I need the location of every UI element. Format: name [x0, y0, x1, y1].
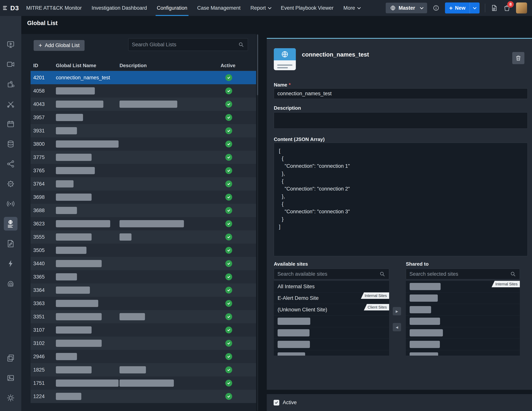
table-row[interactable]: 3365 — [31, 270, 256, 283]
available-site-item[interactable]: (Unknown Client Site)Client Sites — [274, 304, 389, 316]
master-dropdown[interactable]: Master — [386, 3, 427, 13]
sidebar-item-automation[interactable] — [4, 257, 18, 270]
sidebar-item-calendar[interactable] — [4, 117, 18, 131]
row-active — [221, 127, 256, 134]
table-row[interactable]: 3698 — [31, 191, 256, 204]
nav-item-more[interactable]: More — [338, 0, 365, 16]
table-row[interactable]: 3957 — [31, 111, 256, 124]
top-nav: D3 MITRE ATT&CK MonitorInvestigation Das… — [0, 0, 532, 16]
shared-sites-search-input[interactable] — [409, 271, 510, 277]
table-row[interactable]: 3351 — [31, 310, 256, 323]
name-input[interactable] — [274, 88, 528, 99]
row-active — [221, 181, 256, 187]
shared-site-item[interactable] — [406, 327, 520, 339]
table-row[interactable]: 1751 — [31, 376, 256, 390]
table-row[interactable]: 3931 — [31, 124, 256, 137]
nav-item-report[interactable]: Report — [246, 0, 276, 16]
add-global-list-button[interactable]: Add Global List — [34, 40, 85, 51]
info-icon[interactable] — [432, 4, 440, 12]
move-right-button[interactable] — [393, 307, 401, 315]
active-check-icon — [225, 287, 232, 293]
nav-item-investigation-dashboard[interactable]: Investigation Dashboard — [87, 0, 152, 16]
shared-site-item[interactable] — [406, 292, 520, 304]
shared-site-item[interactable] — [406, 339, 520, 350]
scrollbar-thumb[interactable] — [257, 35, 258, 95]
move-left-button[interactable] — [393, 323, 401, 331]
scrollbar[interactable] — [257, 34, 258, 411]
new-button[interactable]: New — [445, 2, 480, 13]
table-row[interactable]: 4043 — [31, 98, 256, 111]
sidebar-item-graph[interactable] — [4, 157, 18, 171]
sidebar-item-utilities[interactable] — [4, 97, 18, 111]
nav-item-configuration[interactable]: Configuration — [152, 0, 192, 16]
available-site-item[interactable] — [274, 350, 389, 356]
row-description — [120, 100, 221, 108]
sidebar-item-monitor[interactable] — [4, 37, 18, 51]
table-row[interactable]: 3623 — [31, 217, 256, 230]
sidebar-item-settings[interactable] — [4, 391, 18, 405]
shared-site-item[interactable]: Internal Sites — [406, 281, 520, 292]
table-row[interactable]: 3440 — [31, 257, 256, 270]
shared-site-item[interactable] — [406, 350, 520, 356]
document-icon[interactable] — [491, 4, 498, 12]
table-row[interactable]: 3102 — [31, 337, 256, 350]
table-row[interactable]: 3364 — [31, 283, 256, 297]
table-row[interactable]: 4058 — [31, 84, 256, 98]
table-row[interactable]: 3800 — [31, 137, 256, 151]
row-name — [54, 220, 120, 227]
sidebar-item-fingerprint[interactable] — [4, 277, 18, 290]
delete-button[interactable] — [512, 52, 524, 64]
sidebar-item-broadcast[interactable] — [4, 197, 18, 211]
sidebar-item-windows[interactable] — [4, 351, 18, 365]
row-active — [221, 327, 256, 333]
column-header-description[interactable]: Description — [120, 63, 221, 69]
global-list-search-input[interactable] — [132, 42, 238, 48]
table-row[interactable]: 2946 — [31, 350, 256, 363]
active-check-icon — [225, 300, 232, 307]
avatar[interactable] — [516, 2, 527, 13]
new-dropdown-toggle[interactable] — [470, 2, 480, 13]
row-id: 3957 — [31, 115, 54, 120]
page-title: Global List — [27, 20, 57, 27]
sidebar-item-integrations[interactable] — [4, 77, 18, 91]
table-row[interactable]: 3555 — [31, 230, 256, 244]
sidebar-item-global-lists[interactable] — [4, 217, 18, 230]
table-row[interactable]: 3775 — [31, 151, 256, 164]
row-name — [54, 326, 120, 334]
sidebar-item-data[interactable] — [4, 137, 18, 151]
content-json-editor[interactable]: [ { "Connection": "connection 1" }, { "C… — [274, 143, 528, 256]
table-row[interactable]: 3765 — [31, 164, 256, 177]
d3-logo[interactable]: D3 — [0, 0, 21, 16]
table-row[interactable]: 3688 — [31, 204, 256, 217]
table-row[interactable]: 1224 — [31, 390, 256, 403]
available-sites-search-input[interactable] — [277, 271, 379, 277]
row-description — [120, 366, 221, 374]
column-header-active[interactable]: Active — [221, 63, 256, 69]
available-site-item[interactable] — [274, 327, 389, 339]
sidebar-item-video[interactable] — [4, 57, 18, 71]
shared-site-item[interactable] — [406, 316, 520, 327]
table-row[interactable]: 3505 — [31, 244, 256, 257]
available-site-item[interactable]: E-Alert Demo SiteInternal Sites — [274, 292, 389, 304]
table-row[interactable]: 3764 — [31, 177, 256, 191]
column-header-name[interactable]: Global List Name — [54, 63, 120, 69]
available-site-item[interactable]: All Internal Sites — [274, 281, 389, 292]
table-row[interactable]: 3107 — [31, 323, 256, 337]
sidebar-item-media[interactable] — [4, 371, 18, 385]
redacted-description — [120, 233, 132, 241]
column-header-id[interactable]: ID — [31, 63, 54, 69]
shared-site-item[interactable] — [406, 304, 520, 316]
table-row[interactable]: 3363 — [31, 297, 256, 310]
nav-item-event-playbook-viewer[interactable]: Event Playbook Viewer — [276, 0, 338, 16]
nav-item-mitre-att-ck-monitor[interactable]: MITRE ATT&CK Monitor — [21, 0, 87, 16]
table-row[interactable]: 4201connection_names_test — [31, 71, 256, 84]
notifications-button[interactable]: 8 — [503, 4, 511, 12]
nav-item-case-management[interactable]: Case Management — [192, 0, 246, 16]
available-site-item[interactable] — [274, 316, 389, 327]
active-checkbox[interactable] — [274, 400, 279, 405]
description-input[interactable] — [274, 112, 528, 129]
sidebar-item-api[interactable]: API — [4, 177, 18, 191]
table-row[interactable]: 1825 — [31, 363, 256, 376]
sidebar-item-forms[interactable] — [4, 237, 18, 250]
available-site-item[interactable] — [274, 339, 389, 350]
